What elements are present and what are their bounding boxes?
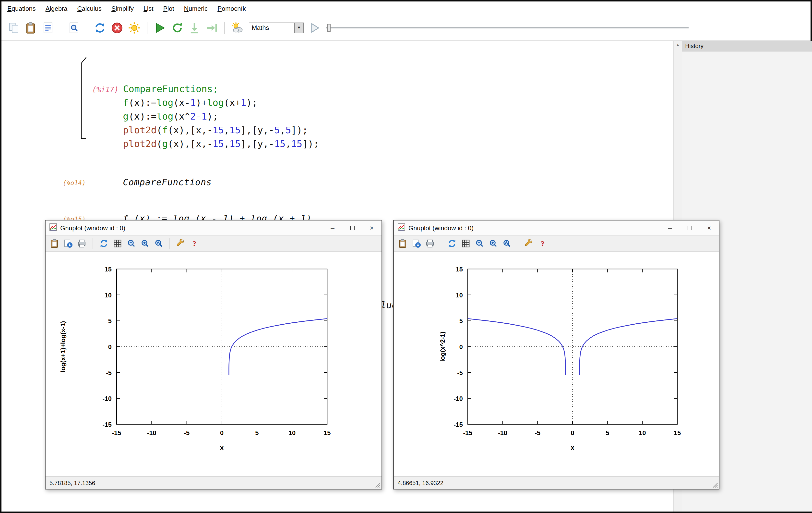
autoscale-icon[interactable]: [154, 238, 164, 249]
find-in-page-icon[interactable]: [67, 21, 80, 34]
zoom-next-icon[interactable]: [488, 238, 498, 249]
minimize-button[interactable]: –: [660, 221, 680, 235]
menu-simplify[interactable]: Simplify: [111, 5, 134, 12]
help-glyph: ?: [541, 239, 545, 248]
output-text: CompareFunctions: [123, 177, 212, 187]
dropdown-button[interactable]: ▼: [294, 23, 303, 33]
code-token: -: [196, 111, 202, 121]
plot-area[interactable]: -15-10-5051015-15-10-5051015xlog(x+1)+lo…: [46, 252, 381, 476]
code-token: (x-: [173, 97, 190, 108]
scroll-up-button[interactable]: ▲: [674, 41, 682, 49]
close-button[interactable]: ×: [362, 221, 381, 235]
code-token: 15: [229, 124, 241, 135]
run-icon[interactable]: [154, 21, 167, 34]
svg-text:15: 15: [456, 265, 463, 273]
zoom-previous-icon[interactable]: [474, 238, 484, 249]
cursor-coordinates: 5.78185, 17.1356: [50, 479, 95, 486]
autoscale-icon[interactable]: [502, 238, 512, 249]
code-line[interactable]: f(x):=log(x-1)+log(x+1);: [63, 95, 560, 109]
run-to-bar-icon[interactable]: [205, 21, 218, 34]
run-down-icon[interactable]: [188, 21, 201, 34]
animation-slider[interactable]: [326, 23, 689, 33]
plot-canvas: -15-10-5051015-15-10-5051015xlog(x+1)+lo…: [46, 252, 381, 476]
gnuplot-app-icon: [50, 223, 57, 232]
svg-text:5: 5: [108, 317, 112, 324]
print-icon[interactable]: [77, 238, 87, 249]
menu-plot[interactable]: Plot: [163, 5, 174, 12]
stop-icon[interactable]: [111, 21, 123, 34]
code-token: log: [207, 97, 224, 108]
code-token: 5: [274, 124, 280, 135]
toolbar-separator: [92, 238, 93, 249]
help-icon[interactable]: ?: [190, 238, 199, 249]
wrench-icon[interactable]: [524, 238, 534, 249]
svg-text:-15: -15: [454, 421, 463, 428]
zoom-next-icon[interactable]: [140, 238, 150, 249]
window-title: Gnuplot (window id : 0): [408, 224, 473, 231]
menu-list[interactable]: List: [144, 5, 153, 12]
run-all-icon[interactable]: [171, 21, 184, 34]
close-button[interactable]: ×: [699, 221, 719, 235]
svg-text:15: 15: [674, 429, 681, 436]
code-line[interactable]: plot2d(g(x),[x,-15,15],[y,-15,15]);: [63, 137, 560, 150]
grid-icon[interactable]: [113, 238, 122, 249]
code-token: (: [156, 124, 162, 135]
slider-track[interactable]: [326, 27, 689, 28]
minimize-button[interactable]: –: [323, 221, 342, 235]
title-bar[interactable]: Gnuplot (window id : 0) – ×: [394, 221, 719, 235]
wxmaxima-window: EquationsAlgebraCalculusSimplifyListPlot…: [0, 0, 812, 513]
print-icon[interactable]: [425, 238, 435, 249]
code-token: 15: [229, 138, 241, 149]
replot-icon[interactable]: [447, 238, 457, 249]
save-icon[interactable]: [63, 238, 73, 249]
output-label: (%o14): [63, 179, 123, 187]
maximize-button[interactable]: [680, 221, 699, 235]
svg-text:-15: -15: [103, 421, 112, 428]
sun-icon[interactable]: [128, 21, 141, 34]
menu-pomocn-k[interactable]: Pomocník: [218, 5, 246, 12]
play-outline-icon[interactable]: [309, 21, 321, 34]
clipboard-icon[interactable]: [50, 238, 59, 249]
plot-area[interactable]: -15-10-5051015-15-10-5051015xlog(x^2-1): [394, 252, 719, 476]
zoom-previous-icon[interactable]: [126, 238, 136, 249]
svg-text:10: 10: [105, 291, 112, 299]
wrench-icon[interactable]: [176, 238, 185, 249]
slider-thumb[interactable]: [327, 24, 330, 32]
resize-grip[interactable]: [375, 483, 380, 488]
menu-algebra[interactable]: Algebra: [46, 5, 67, 12]
code-token: ],[y,-: [241, 124, 274, 135]
sun-cloud-icon[interactable]: [231, 21, 244, 34]
code-token: log: [156, 111, 173, 121]
grid-icon[interactable]: [461, 238, 471, 249]
replot-icon[interactable]: [99, 238, 109, 249]
title-bar[interactable]: Gnuplot (window id : 0) – ×: [46, 221, 381, 235]
svg-text:5: 5: [255, 429, 259, 436]
code-token: ]);: [302, 138, 319, 149]
help-icon[interactable]: ?: [538, 238, 548, 249]
style-dropdown[interactable]: Maths ▼: [249, 22, 303, 33]
main-toolbar: Maths ▼: [1, 15, 811, 41]
menu-calculus[interactable]: Calculus: [77, 5, 102, 12]
maximize-button[interactable]: [342, 221, 362, 235]
gnuplot-app-icon: [398, 223, 405, 232]
code-line[interactable]: (%i17) CompareFunctions;: [63, 82, 560, 95]
copy-icon[interactable]: [7, 21, 20, 34]
maximize-icon: [350, 226, 354, 230]
save-icon[interactable]: [411, 238, 421, 249]
document-lines-icon[interactable]: [41, 21, 54, 34]
menu-numeric[interactable]: Numeric: [184, 5, 208, 12]
toolbar-separator: [147, 22, 147, 34]
refresh-icon[interactable]: [93, 21, 106, 34]
code-token: (: [156, 138, 162, 149]
input-cell[interactable]: (%i17) CompareFunctions;f(x):=log(x-1)+l…: [63, 82, 560, 150]
code-token: 1: [201, 111, 207, 121]
code-line[interactable]: g(x):=log(x^2-1);: [63, 109, 560, 123]
svg-text:10: 10: [456, 291, 463, 299]
resize-grip[interactable]: [713, 483, 718, 488]
code-token: ],[y,-: [241, 138, 274, 149]
code-line[interactable]: plot2d(f(x),[x,-15,15],[y,-5,5]);: [63, 123, 560, 137]
clipboard-icon[interactable]: [398, 238, 407, 249]
menu-equations[interactable]: Equations: [7, 5, 36, 12]
toolbar-separator: [224, 22, 225, 34]
paste-icon[interactable]: [25, 21, 37, 34]
